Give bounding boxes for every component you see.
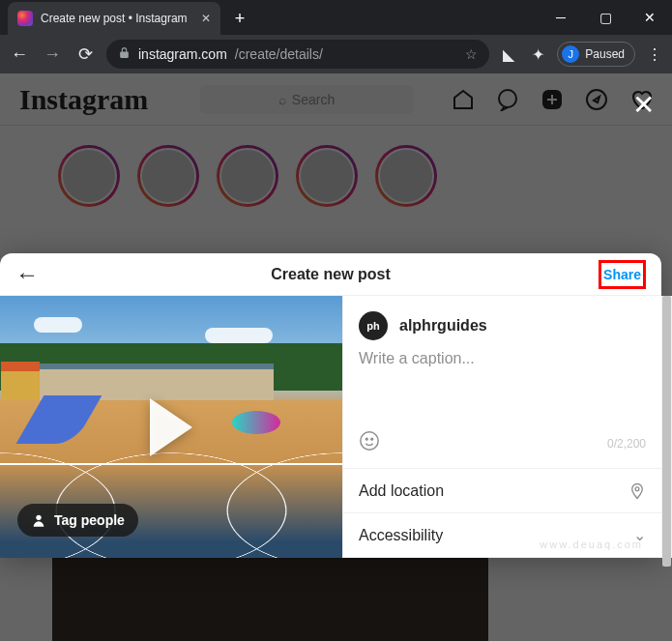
reload-button[interactable]: ⟳: [73, 44, 97, 65]
scrollbar-thumb[interactable]: [662, 296, 671, 567]
svg-point-3: [36, 515, 41, 520]
profile-avatar-icon: J: [562, 45, 579, 63]
tag-people-label: Tag people: [54, 512, 125, 528]
caption-placeholder: Write a caption...: [359, 350, 475, 366]
play-icon[interactable]: [150, 398, 192, 456]
add-location-label: Add location: [359, 482, 444, 500]
tag-people-button[interactable]: Tag people: [17, 504, 138, 537]
create-post-modal: ← Create new post Share Tag people: [0, 253, 661, 558]
chevron-down-icon: ⌄: [633, 526, 646, 544]
user-avatar: ph: [359, 311, 388, 340]
maximize-button[interactable]: ▢: [583, 0, 628, 35]
tab-title: Create new post • Instagram: [41, 12, 188, 25]
accessibility-row[interactable]: Accessibility ⌄: [343, 513, 661, 558]
profile-label: Paused: [585, 47, 625, 61]
add-location-row[interactable]: Add location: [343, 469, 661, 513]
instagram-favicon-icon: [17, 11, 33, 26]
close-modal-icon[interactable]: ✕: [632, 89, 655, 121]
url-domain: instagram.com: [138, 46, 227, 62]
minimize-button[interactable]: ─: [539, 0, 583, 35]
username-label: alphrguides: [399, 317, 487, 335]
share-button[interactable]: Share: [599, 260, 646, 289]
svg-point-7: [635, 486, 639, 490]
svg-point-4: [361, 432, 378, 450]
scrollbar-track[interactable]: [661, 296, 672, 558]
svg-point-6: [371, 438, 373, 440]
character-counter: 0/2,200: [607, 437, 646, 451]
caption-input[interactable]: Write a caption...: [343, 350, 661, 422]
close-tab-icon[interactable]: ✕: [201, 12, 211, 25]
new-tab-button[interactable]: +: [226, 5, 253, 32]
emoji-picker-icon[interactable]: [359, 430, 380, 456]
extension-icon[interactable]: ◣: [499, 45, 518, 64]
profile-chip[interactable]: J Paused: [557, 42, 635, 67]
kebab-menu-icon[interactable]: ⋮: [645, 45, 664, 64]
back-arrow-icon[interactable]: ←: [15, 261, 39, 288]
modal-title: Create new post: [0, 266, 661, 283]
location-pin-icon: [628, 482, 646, 500]
back-button[interactable]: ←: [8, 44, 31, 65]
forward-button[interactable]: →: [41, 44, 64, 65]
browser-tab[interactable]: Create new post • Instagram ✕: [8, 2, 220, 35]
star-bookmark-icon[interactable]: ☆: [465, 46, 478, 62]
url-path: /create/details/: [235, 46, 323, 62]
close-window-button[interactable]: ✕: [628, 0, 672, 35]
media-preview[interactable]: Tag people: [0, 296, 342, 558]
extensions-puzzle-icon[interactable]: ✦: [528, 45, 547, 64]
person-icon: [31, 512, 46, 528]
svg-point-5: [365, 438, 367, 440]
lock-icon: [118, 46, 131, 62]
address-bar[interactable]: instagram.com/create/details/ ☆: [106, 40, 489, 69]
accessibility-label: Accessibility: [359, 527, 443, 544]
